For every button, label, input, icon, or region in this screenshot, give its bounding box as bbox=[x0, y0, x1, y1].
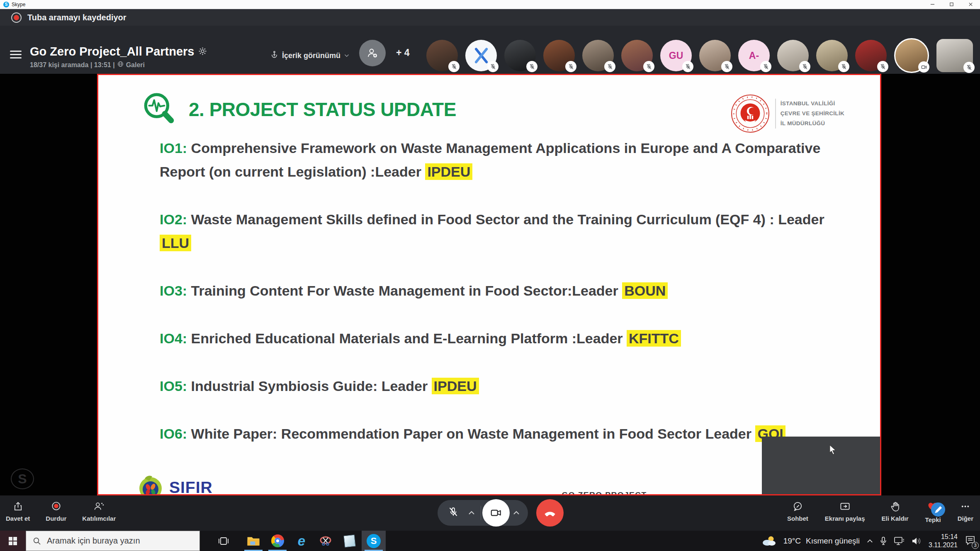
close-button[interactable] bbox=[961, 0, 980, 9]
action-center-button[interactable]: 3 bbox=[965, 535, 976, 547]
participant-avatar[interactable] bbox=[426, 40, 458, 71]
file-explorer-button[interactable] bbox=[241, 531, 265, 551]
participant-avatar[interactable] bbox=[936, 39, 973, 72]
mic-muted-badge bbox=[604, 61, 615, 72]
minimize-button[interactable] bbox=[923, 0, 942, 9]
notepad-button[interactable] bbox=[338, 531, 362, 551]
io-id: IO6: bbox=[160, 426, 191, 442]
snipping-tool-icon bbox=[319, 535, 332, 547]
start-button[interactable] bbox=[0, 531, 26, 551]
content-view-icon bbox=[270, 51, 278, 61]
add-person-icon bbox=[366, 47, 379, 59]
camera-on-badge bbox=[918, 61, 929, 73]
skype-watermark-icon: S bbox=[11, 468, 34, 489]
io-id: IO1: bbox=[160, 140, 191, 156]
gallery-label[interactable]: Galeri bbox=[126, 61, 145, 69]
share-up-icon bbox=[12, 501, 24, 512]
io-item: IO6: White Paper: Recommendation Paper o… bbox=[160, 422, 848, 446]
taskbar-clock[interactable]: 15:14 3.11.2021 bbox=[929, 533, 958, 549]
gear-icon[interactable] bbox=[198, 45, 207, 58]
react-button[interactable]: Tepki bbox=[925, 501, 941, 523]
menu-icon[interactable] bbox=[10, 49, 22, 61]
io-text: Training Content For Waste Management in… bbox=[191, 283, 623, 299]
internet-explorer-button[interactable]: e bbox=[289, 531, 314, 551]
microphone-muted-button[interactable] bbox=[447, 506, 459, 519]
skype-taskbar-button[interactable]: S bbox=[362, 531, 386, 551]
screen-share-stage: S 2. PROJECT STATUS UPDATE bbox=[0, 74, 980, 495]
skype-window: S Skype Tuba aramayı kaydediyor Go Zero … bbox=[0, 0, 980, 551]
io-item: IO1: Comprehensive Framework on Waste Ma… bbox=[160, 136, 848, 184]
pencil-badge-icon[interactable] bbox=[931, 502, 945, 517]
taskbar-search-input[interactable]: Aramak için buraya yazın bbox=[26, 531, 200, 551]
participant-avatar[interactable] bbox=[777, 40, 809, 71]
participant-avatar[interactable] bbox=[816, 40, 848, 71]
io-item: IO4: Enriched Educational Materials and … bbox=[160, 327, 848, 350]
mic-muted-badge bbox=[565, 61, 576, 72]
participant-avatar[interactable] bbox=[855, 40, 887, 71]
mic-camera-pill bbox=[438, 500, 528, 526]
add-participant-button[interactable] bbox=[359, 40, 386, 66]
mic-options-chevron[interactable] bbox=[468, 509, 475, 517]
mic-muted-badge bbox=[721, 61, 732, 72]
windows-taskbar: Aramak için buraya yazın e S 19°C Kısmen… bbox=[0, 531, 980, 551]
io-text: Waste Management Skills defined in Food … bbox=[191, 211, 824, 227]
io-leader-highlight: IPDEU bbox=[425, 163, 472, 180]
camera-icon bbox=[490, 507, 502, 519]
weather-text[interactable]: 19°C Kısmen güneşli bbox=[783, 536, 860, 546]
call-status-text: 18/37 kişi aramada | 13:51 | bbox=[30, 61, 115, 69]
call-header: Go Zero Project_All Partners 18/37 kişi … bbox=[0, 26, 980, 74]
overflow-participant-count[interactable]: + 4 bbox=[396, 47, 410, 58]
chat-button[interactable]: Sohbet bbox=[787, 501, 808, 523]
participant-avatar[interactable] bbox=[894, 38, 929, 73]
raise-hand-button[interactable]: Eli Kaldır bbox=[882, 501, 909, 523]
participant-avatar[interactable] bbox=[543, 40, 575, 71]
mic-muted-badge bbox=[838, 61, 849, 72]
mic-muted-badge bbox=[643, 61, 654, 72]
participant-avatar[interactable]: A- bbox=[738, 40, 770, 71]
io-leader-highlight: BOUN bbox=[622, 282, 668, 299]
camera-options-chevron[interactable] bbox=[513, 509, 520, 517]
mic-muted-badge bbox=[487, 61, 499, 72]
tray-mic-icon[interactable] bbox=[880, 536, 887, 546]
maximize-button[interactable] bbox=[942, 0, 961, 9]
zero-waste-logo-icon bbox=[137, 474, 164, 495]
raised-hand-icon bbox=[890, 501, 901, 512]
stop-recording-button[interactable]: Durdur bbox=[46, 501, 66, 522]
camera-button[interactable] bbox=[482, 499, 510, 527]
content-view-button[interactable]: İçerik görünümü bbox=[270, 51, 349, 61]
io-list: IO1: Comprehensive Framework on Waste Ma… bbox=[160, 136, 848, 470]
participant-avatar[interactable] bbox=[582, 40, 614, 71]
internet-explorer-icon: e bbox=[298, 533, 305, 549]
task-view-button[interactable] bbox=[212, 531, 236, 551]
tray-display-icon[interactable] bbox=[894, 536, 905, 546]
io-id: IO4: bbox=[160, 330, 191, 346]
task-view-icon bbox=[218, 535, 229, 547]
share-screen-button[interactable]: Ekranı paylaş bbox=[825, 501, 865, 523]
snipping-tool-button[interactable] bbox=[314, 531, 338, 551]
io-leader-highlight: LLU bbox=[160, 235, 191, 251]
end-call-button[interactable] bbox=[536, 499, 564, 527]
mic-muted-badge bbox=[963, 62, 975, 73]
participants-button[interactable]: Katılımcılar bbox=[82, 501, 116, 522]
participant-avatar[interactable] bbox=[621, 40, 653, 71]
sifir-logo-text: SIFIR bbox=[169, 478, 213, 495]
window-title: Skype bbox=[12, 2, 25, 7]
mic-muted-badge bbox=[760, 61, 771, 72]
participant-avatar[interactable] bbox=[465, 40, 497, 71]
invite-button[interactable]: Davet et bbox=[6, 501, 30, 522]
ministry-name: İSTANBUL VALİLİĞİ ÇEVRE VE ŞEHİRCİLİK İL… bbox=[775, 99, 844, 129]
overlay-panel bbox=[762, 437, 881, 495]
tray-speaker-icon[interactable] bbox=[912, 537, 922, 545]
io-text: Enriched Educational Materials and E-Lea… bbox=[191, 330, 627, 346]
record-dot-icon bbox=[51, 501, 62, 512]
more-button[interactable]: Diğer bbox=[958, 501, 973, 523]
tray-chevron-icon[interactable] bbox=[867, 539, 873, 543]
participant-avatar[interactable] bbox=[699, 40, 731, 71]
chrome-button[interactable] bbox=[265, 531, 289, 551]
participant-avatar[interactable]: GU bbox=[660, 40, 692, 71]
io-id: IO5: bbox=[160, 378, 191, 394]
search-icon bbox=[33, 537, 41, 545]
search-placeholder: Aramak için buraya yazın bbox=[47, 536, 140, 546]
io-id: IO2: bbox=[160, 211, 191, 227]
participant-avatar[interactable] bbox=[504, 40, 536, 71]
